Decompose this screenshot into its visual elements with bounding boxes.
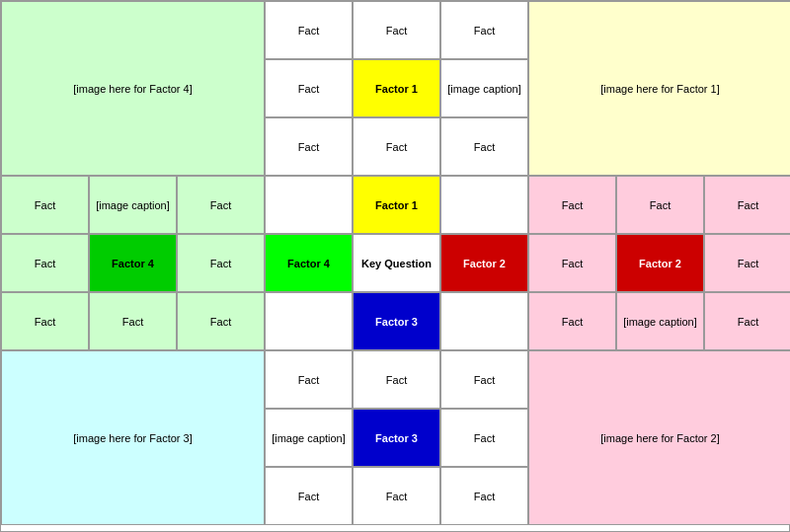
cell-r7c4: Fact bbox=[265, 350, 353, 409]
cell-r6c6 bbox=[440, 292, 528, 350]
cell-r5c7: Fact bbox=[528, 234, 616, 292]
cell-r1c5: Fact bbox=[353, 1, 440, 59]
cell-r8c6: Fact bbox=[440, 409, 528, 467]
cell-r1c6: Fact bbox=[440, 1, 528, 59]
cell-r2c6-caption: [image caption] bbox=[440, 59, 528, 117]
cell-r4c6 bbox=[440, 176, 528, 234]
cell-r9c6: Fact bbox=[440, 467, 528, 525]
cell-r2c4: Fact bbox=[265, 59, 353, 117]
factor1-image-cell: [image here for Factor 1] bbox=[528, 1, 790, 176]
cell-r6c8-caption: [image caption] bbox=[616, 292, 704, 350]
cell-r5c9: Fact bbox=[704, 234, 790, 292]
cell-r6c3: Fact bbox=[177, 292, 265, 350]
cell-r5c4-factor4: Factor 4 bbox=[265, 234, 353, 292]
cell-r3c6: Fact bbox=[440, 117, 528, 176]
factor3-image-cell: [image here for Factor 3] bbox=[1, 350, 265, 525]
cell-r9c5: Fact bbox=[353, 467, 440, 525]
cell-r6c1: Fact bbox=[1, 292, 89, 350]
factor4-image-cell: [image here for Factor 4] bbox=[1, 1, 265, 176]
cell-r6c4 bbox=[265, 292, 353, 350]
cell-r4c4 bbox=[265, 176, 353, 234]
cell-r6c7: Fact bbox=[528, 292, 616, 350]
cell-r4c7: Fact bbox=[528, 176, 616, 234]
cell-r7c5: Fact bbox=[353, 350, 440, 409]
cell-r3c4: Fact bbox=[265, 117, 353, 176]
factor2-image-label: [image here for Factor 2] bbox=[600, 432, 719, 444]
cell-r5c3: Fact bbox=[177, 234, 265, 292]
factor3-image-label: [image here for Factor 3] bbox=[73, 432, 192, 444]
cell-r4c1: Fact bbox=[1, 176, 89, 234]
cell-r6c9: Fact bbox=[704, 292, 790, 350]
cell-r4c8: Fact bbox=[616, 176, 704, 234]
main-grid: [image here for Factor 4] Fact Fact Fact… bbox=[0, 0, 790, 532]
cell-r1c4: Fact bbox=[265, 1, 353, 59]
cell-r5c6-factor2: Factor 2 bbox=[440, 234, 528, 292]
cell-r8c5-factor3: Factor 3 bbox=[353, 409, 440, 467]
cell-r2c5-factor1: Factor 1 bbox=[353, 59, 440, 117]
cell-r7c6: Fact bbox=[440, 350, 528, 409]
cell-r5c1: Fact bbox=[1, 234, 89, 292]
cell-r4c2-caption: [image caption] bbox=[89, 176, 177, 234]
cell-r3c5: Fact bbox=[353, 117, 440, 176]
cell-r5c5-keyquestion: Key Question bbox=[353, 234, 440, 292]
cell-r5c2-factor4: Factor 4 bbox=[89, 234, 177, 292]
factor2-image-cell: [image here for Factor 2] bbox=[528, 350, 790, 525]
cell-r4c9: Fact bbox=[704, 176, 790, 234]
cell-r8c4-caption: [image caption] bbox=[265, 409, 353, 467]
factor1-image-label: [image here for Factor 1] bbox=[600, 83, 719, 95]
cell-r4c5-factor1: Factor 1 bbox=[353, 176, 440, 234]
cell-r9c4: Fact bbox=[265, 467, 353, 525]
cell-r6c2: Fact bbox=[89, 292, 177, 350]
factor4-image-label: [image here for Factor 4] bbox=[73, 83, 192, 95]
cell-r6c5-factor3: Factor 3 bbox=[353, 292, 440, 350]
cell-r5c8-factor2: Factor 2 bbox=[616, 234, 704, 292]
cell-r4c3: Fact bbox=[177, 176, 265, 234]
